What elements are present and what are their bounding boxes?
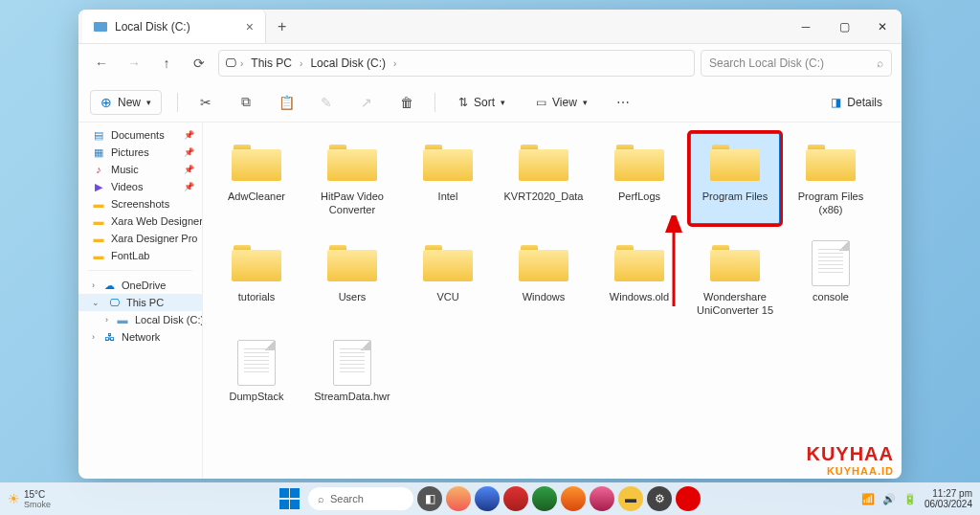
volume-icon[interactable]: 🔊 (882, 493, 896, 505)
folder-item[interactable]: PerfLogs (593, 132, 685, 225)
paste-icon[interactable]: 📋 (274, 90, 299, 115)
folder-item[interactable]: VCU (402, 233, 494, 325)
thispc-icon: 🖵 (107, 297, 121, 308)
delete-icon[interactable]: 🗑 (394, 90, 419, 115)
file-item[interactable]: DumpStack (211, 332, 302, 411)
start-button[interactable] (279, 488, 301, 509)
sidebar-item-localdisk[interactable]: ›▬Local Disk (C:) (78, 311, 202, 328)
breadcrumb[interactable]: 🖵 › This PC › Local Disk (C:) › (218, 50, 695, 77)
up-button[interactable]: ↑ (153, 50, 180, 77)
sidebar-item-xara-designer[interactable]: ▬Xara Designer Pro (78, 230, 202, 247)
tab-title: Local Disk (C:) (115, 20, 190, 34)
file-icon (803, 240, 858, 286)
folder-icon (229, 240, 284, 286)
sidebar-item-network[interactable]: ›🖧Network (78, 328, 202, 346)
app-icon-1[interactable] (446, 486, 471, 511)
network-icon: 🖧 (102, 331, 116, 343)
chevron-down-icon: ⌄ (92, 298, 100, 307)
taskbar: ☀ 15°C Smoke ⌕Search ◧ ▬ ⚙ 📶 🔊 🔋 11:27 p… (0, 482, 980, 515)
watermark-line2: KUYHAA.ID (806, 465, 894, 477)
cut-icon[interactable]: ✂ (193, 90, 218, 115)
folder-item[interactable]: tutorials (211, 233, 302, 325)
sidebar-item-xara-web[interactable]: ▬Xara Web Designer (78, 213, 202, 230)
app-icon-8[interactable]: ⚙ (647, 486, 672, 511)
item-label: VCU (436, 290, 458, 303)
folder-icon (324, 140, 380, 186)
folder-item[interactable]: Program Files (689, 132, 781, 225)
sidebar-item-onedrive[interactable]: ›☁OneDrive (78, 277, 202, 294)
sidebar-item-music[interactable]: ♪Music📌 (78, 161, 202, 178)
content-area[interactable]: AdwCleanerHitPaw Video ConverterIntelKVR… (203, 123, 902, 479)
refresh-button[interactable]: ⟳ (186, 50, 212, 77)
folder-item[interactable]: Windows.old (593, 233, 685, 325)
back-button[interactable]: ← (88, 50, 115, 77)
file-icon (229, 340, 284, 386)
more-icon[interactable]: ⋯ (611, 90, 635, 115)
app-icon-6[interactable] (590, 486, 614, 511)
folder-item[interactable]: Users (306, 233, 398, 325)
view-icon: ▭ (536, 96, 546, 109)
search-input[interactable]: Search Local Disk (C:) ⌕ (701, 50, 892, 77)
sidebar-label: Screenshots (111, 198, 169, 210)
folder-item[interactable]: Program Files (x86) (785, 132, 877, 225)
sidebar-item-thispc[interactable]: ⌄🖵This PC (78, 294, 202, 311)
app-icon-9[interactable] (676, 486, 701, 511)
folder-icon (803, 140, 858, 186)
copy-icon[interactable]: ⧉ (234, 90, 258, 115)
close-button[interactable]: ✕ (863, 10, 902, 44)
toolbar: ⊕ New ▾ ✂ ⧉ 📋 ✎ ↗ 🗑 ⇅ Sort ▾ ▭ View ▾ ⋯ … (78, 82, 902, 123)
weather-temp: 15°C (24, 489, 51, 500)
taskbar-center: ⌕Search ◧ ▬ ⚙ (279, 486, 701, 511)
taskbar-search[interactable]: ⌕Search (308, 487, 413, 510)
sidebar-label: Local Disk (C:) (135, 314, 202, 325)
folder-item[interactable]: KVRT2020_Data (498, 132, 590, 225)
battery-icon[interactable]: 🔋 (903, 493, 917, 505)
taskbar-weather[interactable]: ☀ 15°C Smoke (8, 489, 51, 509)
add-tab-icon[interactable]: + (278, 18, 286, 35)
folder-item[interactable]: HitPaw Video Converter (306, 132, 398, 225)
app-icon-7[interactable]: ▬ (618, 486, 643, 511)
taskview-icon[interactable]: ◧ (417, 486, 442, 511)
folder-item[interactable]: Wondershare UniConverter 15 (689, 233, 781, 325)
navbar: ← → ↑ ⟳ 🖵 › This PC › Local Disk (C:) › … (78, 44, 902, 82)
search-label: Search (330, 493, 364, 504)
new-button[interactable]: ⊕ New ▾ (90, 90, 162, 115)
forward-button[interactable]: → (121, 50, 147, 77)
sidebar-item-pictures[interactable]: ▦Pictures📌 (78, 144, 202, 161)
clock[interactable]: 11:27 pm 06/03/2024 (924, 488, 972, 509)
close-tab-icon[interactable]: × (246, 19, 254, 34)
app-icon-4[interactable] (532, 486, 557, 511)
sidebar-item-videos[interactable]: ▶Videos📌 (78, 178, 202, 195)
app-icon-2[interactable] (475, 486, 500, 511)
item-label: DumpStack (230, 390, 284, 403)
breadcrumb-thispc[interactable]: This PC (247, 55, 296, 72)
sidebar-label: Videos (111, 181, 143, 192)
app-icon-3[interactable] (503, 486, 528, 511)
app-icon-5[interactable] (561, 486, 586, 511)
file-item[interactable]: console (785, 233, 877, 325)
share-icon[interactable]: ↗ (354, 90, 379, 115)
folder-item[interactable]: AdwCleaner (211, 132, 302, 225)
breadcrumb-localdisk[interactable]: Local Disk (C:) (306, 55, 390, 72)
tab-local-disk[interactable]: Local Disk (C:) × (82, 10, 266, 43)
folder-item[interactable]: Windows (498, 233, 590, 325)
rename-icon[interactable]: ✎ (314, 90, 339, 115)
minimize-button[interactable]: ─ (787, 10, 825, 44)
details-button[interactable]: ◨ Details (823, 92, 890, 113)
sidebar-item-documents[interactable]: ▤Documents📌 (78, 126, 202, 144)
folder-item[interactable]: Intel (402, 132, 494, 225)
file-item[interactable]: StreamData.hwr (306, 332, 398, 411)
folder-icon (612, 240, 667, 286)
items-grid: AdwCleanerHitPaw Video ConverterIntelKVR… (211, 132, 894, 411)
folder-icon (229, 140, 284, 186)
sidebar-item-screenshots[interactable]: ▬Screenshots (78, 195, 202, 213)
view-button[interactable]: ▭ View ▾ (528, 92, 595, 113)
folder-icon (707, 240, 763, 286)
pin-icon: 📌 (184, 182, 194, 191)
search-placeholder: Search Local Disk (C:) (709, 56, 824, 70)
sort-button[interactable]: ⇅ Sort ▾ (451, 92, 513, 113)
maximize-button[interactable]: ▢ (825, 10, 863, 44)
wifi-icon[interactable]: 📶 (861, 493, 875, 505)
sidebar-item-fontlab[interactable]: ▬FontLab (78, 247, 202, 264)
file-explorer-window: Local Disk (C:) × + ─ ▢ ✕ ← → ↑ ⟳ 🖵 › Th… (78, 10, 902, 479)
